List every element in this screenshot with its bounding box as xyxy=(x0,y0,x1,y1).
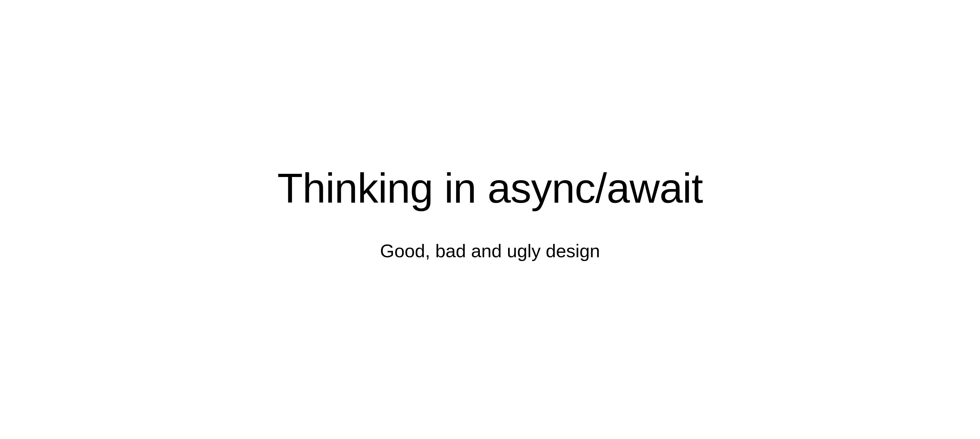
slide-title: Thinking in async/await xyxy=(0,165,980,211)
presentation-slide: Thinking in async/await Good, bad and ug… xyxy=(0,0,980,439)
slide-content: Thinking in async/await Good, bad and ug… xyxy=(0,165,980,262)
slide-subtitle: Good, bad and ugly design xyxy=(0,240,980,262)
